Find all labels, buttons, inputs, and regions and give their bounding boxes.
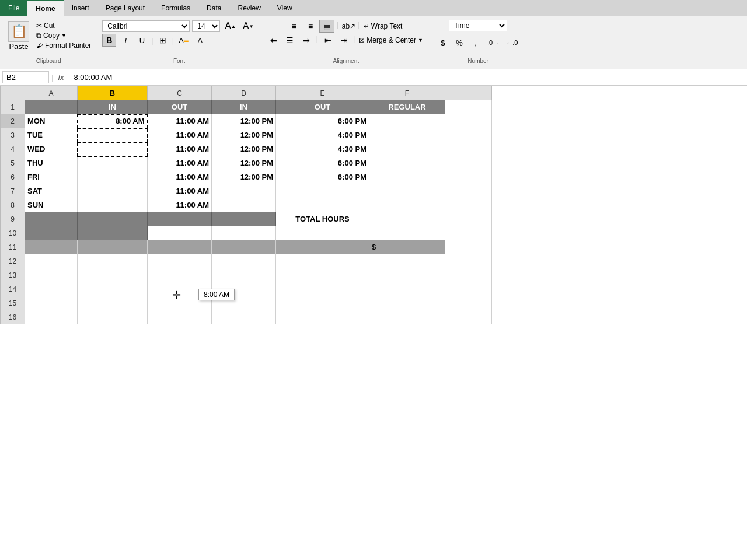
- tab-file[interactable]: File: [0, 0, 27, 16]
- cell-c12[interactable]: [148, 254, 212, 268]
- cell-d8[interactable]: [212, 198, 276, 212]
- tab-home[interactable]: Home: [27, 0, 63, 16]
- cell-f5[interactable]: [369, 156, 445, 170]
- cell-g16[interactable]: [445, 310, 492, 324]
- cell-c4[interactable]: 11:00 AM: [148, 142, 212, 156]
- cell-g5[interactable]: [445, 156, 492, 170]
- cell-f10[interactable]: [369, 226, 445, 240]
- cell-b14[interactable]: [78, 282, 148, 296]
- row-header-6[interactable]: 6: [1, 170, 25, 184]
- cell-f2[interactable]: [369, 114, 445, 128]
- cell-a4[interactable]: WED: [25, 142, 78, 156]
- cell-g9[interactable]: [445, 212, 492, 226]
- cell-d14[interactable]: [212, 282, 276, 296]
- col-header-b[interactable]: B: [78, 86, 148, 100]
- tab-insert[interactable]: Insert: [64, 0, 97, 16]
- cell-reference-input[interactable]: [2, 71, 49, 83]
- cell-b11[interactable]: [78, 240, 148, 254]
- cell-a16[interactable]: [25, 310, 78, 324]
- cut-button[interactable]: ✂ Cut: [35, 21, 92, 30]
- tab-formulas[interactable]: Formulas: [153, 0, 198, 16]
- cell-b3[interactable]: [78, 128, 148, 142]
- font-size-select[interactable]: 14: [192, 20, 220, 32]
- cell-d7[interactable]: [212, 184, 276, 198]
- row-header-8[interactable]: 8: [1, 198, 25, 212]
- cell-a12[interactable]: [25, 254, 78, 268]
- cell-c11[interactable]: [148, 240, 212, 254]
- cell-d9[interactable]: [212, 212, 276, 226]
- row-header-2[interactable]: 2: [1, 114, 25, 128]
- copy-button[interactable]: ⧉ Copy ▼: [35, 31, 92, 40]
- cell-f9[interactable]: [369, 212, 445, 226]
- cell-f16[interactable]: [369, 310, 445, 324]
- row-header-15[interactable]: 15: [1, 296, 25, 310]
- cell-a1[interactable]: [25, 100, 78, 114]
- cell-b16[interactable]: [78, 310, 148, 324]
- cell-e16[interactable]: [276, 310, 369, 324]
- number-format-select[interactable]: Time: [449, 20, 507, 32]
- cell-f4[interactable]: [369, 142, 445, 156]
- cell-d2[interactable]: 12:00 PM: [212, 114, 276, 128]
- cell-d11[interactable]: [212, 240, 276, 254]
- text-angle-btn[interactable]: ab↗: [341, 20, 356, 33]
- cell-b12[interactable]: [78, 254, 148, 268]
- cell-g10[interactable]: [445, 226, 492, 240]
- cell-a6[interactable]: FRI: [25, 170, 78, 184]
- cell-f11[interactable]: $: [369, 240, 445, 254]
- percent-btn[interactable]: %: [452, 36, 466, 49]
- tab-data[interactable]: Data: [198, 0, 229, 16]
- cell-a11[interactable]: [25, 240, 78, 254]
- cell-e9[interactable]: TOTAL HOURS: [276, 212, 369, 226]
- tab-review[interactable]: Review: [229, 0, 268, 16]
- cell-d10[interactable]: [212, 226, 276, 240]
- row-header-7[interactable]: 7: [1, 184, 25, 198]
- cell-d13[interactable]: [212, 268, 276, 282]
- cell-g4[interactable]: [445, 142, 492, 156]
- cell-d12[interactable]: [212, 254, 276, 268]
- cell-g7[interactable]: [445, 184, 492, 198]
- cell-e11[interactable]: [276, 240, 369, 254]
- cell-d6[interactable]: 12:00 PM: [212, 170, 276, 184]
- wrap-text-button[interactable]: ↵ Wrap Text: [361, 20, 406, 33]
- cell-c2[interactable]: 11:00 AM: [148, 114, 212, 128]
- col-header-f[interactable]: F: [369, 86, 445, 100]
- cell-a3[interactable]: TUE: [25, 128, 78, 142]
- col-header-d[interactable]: D: [212, 86, 276, 100]
- merge-center-button[interactable]: ⊠ Merge & Center ▼: [356, 34, 426, 47]
- row-header-12[interactable]: 12: [1, 254, 25, 268]
- cell-e15[interactable]: [276, 296, 369, 310]
- cell-b7[interactable]: [78, 184, 148, 198]
- cell-f13[interactable]: [369, 268, 445, 282]
- align-right-btn[interactable]: ➡: [299, 34, 314, 47]
- cell-g6[interactable]: [445, 170, 492, 184]
- cell-b9[interactable]: [78, 212, 148, 226]
- cell-c5[interactable]: 11:00 AM: [148, 156, 212, 170]
- cell-c10[interactable]: [148, 226, 212, 240]
- cell-c14[interactable]: [148, 282, 212, 296]
- align-left-btn[interactable]: ⬅: [266, 34, 281, 47]
- cell-b2[interactable]: 8:00 AM: [78, 114, 148, 128]
- comma-btn[interactable]: ,: [469, 36, 483, 49]
- col-header-e[interactable]: E: [276, 86, 369, 100]
- cell-a15[interactable]: [25, 296, 78, 310]
- row-header-4[interactable]: 4: [1, 142, 25, 156]
- cell-d4[interactable]: 12:00 PM: [212, 142, 276, 156]
- tab-view[interactable]: View: [269, 0, 301, 16]
- cell-f14[interactable]: [369, 282, 445, 296]
- tab-page-layout[interactable]: Page Layout: [97, 0, 153, 16]
- align-top-left-btn[interactable]: ≡: [287, 20, 302, 33]
- cell-e6[interactable]: 6:00 PM: [276, 170, 369, 184]
- align-top-right-btn[interactable]: ▤: [319, 20, 334, 33]
- decrease-indent-btn[interactable]: ⇤: [320, 34, 336, 47]
- cell-f7[interactable]: [369, 184, 445, 198]
- row-header-14[interactable]: 14: [1, 282, 25, 296]
- cell-a7[interactable]: SAT: [25, 184, 78, 198]
- cell-d3[interactable]: 12:00 PM: [212, 128, 276, 142]
- font-family-select[interactable]: Calibri: [102, 20, 190, 32]
- cell-c3[interactable]: 11:00 AM: [148, 128, 212, 142]
- col-header-g[interactable]: [445, 86, 492, 100]
- paste-button[interactable]: 📋 Paste: [5, 20, 33, 52]
- cell-g14[interactable]: [445, 282, 492, 296]
- cell-a13[interactable]: [25, 268, 78, 282]
- row-header-9[interactable]: 9: [1, 212, 25, 226]
